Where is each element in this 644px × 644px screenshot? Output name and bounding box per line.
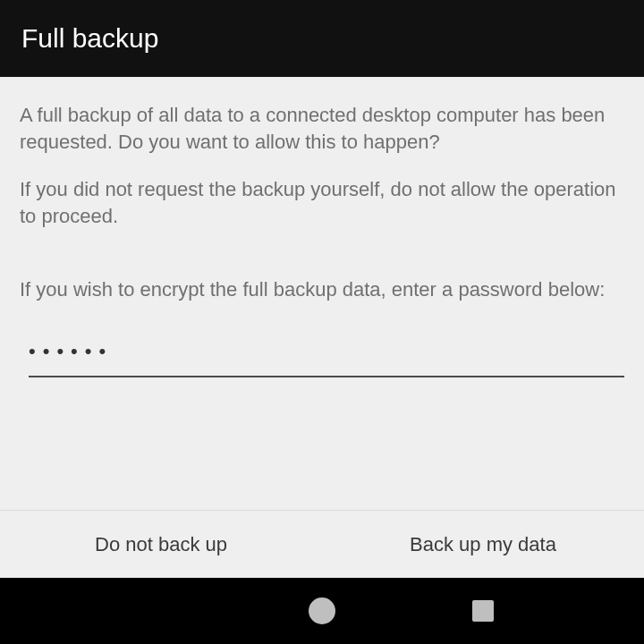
page-title: Full backup bbox=[21, 23, 158, 53]
back-triangle-icon bbox=[148, 598, 174, 623]
action-button-bar: Do not back up Back up my data bbox=[0, 510, 644, 578]
recent-apps-button[interactable] bbox=[469, 597, 497, 625]
app-bar: Full backup bbox=[0, 0, 644, 77]
deny-backup-button[interactable]: Do not back up bbox=[0, 511, 322, 578]
recent-square-icon bbox=[472, 600, 494, 622]
home-circle-icon bbox=[309, 597, 335, 624]
main-content: A full backup of all data to a connected… bbox=[0, 77, 644, 377]
encrypt-prompt-text: If you wish to encrypt the full backup d… bbox=[20, 276, 624, 303]
backup-request-message: A full backup of all data to a connected… bbox=[20, 102, 624, 155]
navigation-bar bbox=[0, 578, 644, 644]
back-button[interactable] bbox=[147, 597, 175, 625]
backup-warning-message: If you did not request the backup yourse… bbox=[20, 176, 624, 229]
password-input[interactable] bbox=[29, 329, 624, 377]
home-button[interactable] bbox=[308, 597, 336, 625]
allow-backup-button[interactable]: Back up my data bbox=[322, 511, 644, 578]
